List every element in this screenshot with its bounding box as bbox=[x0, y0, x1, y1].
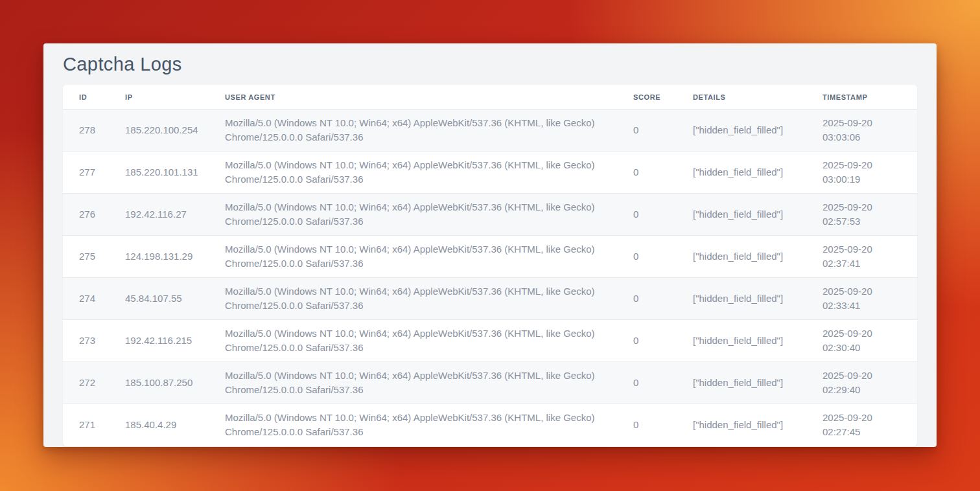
table-row: 274 45.84.107.55 Mozilla/5.0 (Windows NT… bbox=[63, 278, 917, 320]
cell-details: ["hidden_field_filled"] bbox=[685, 320, 815, 362]
cell-id: 272 bbox=[63, 362, 117, 404]
table-row: 275 124.198.131.29 Mozilla/5.0 (Windows … bbox=[63, 236, 917, 278]
cell-user-agent: Mozilla/5.0 (Windows NT 10.0; Win64; x64… bbox=[217, 320, 625, 362]
cell-user-agent: Mozilla/5.0 (Windows NT 10.0; Win64; x64… bbox=[217, 236, 625, 278]
cell-timestamp: 2025-09-20 02:30:40 bbox=[815, 320, 917, 362]
cell-score: 0 bbox=[625, 278, 685, 320]
table-row: 278 185.220.100.254 Mozilla/5.0 (Windows… bbox=[63, 109, 917, 152]
captcha-logs-card: Captcha Logs ID IP USER AGENT SCORE DETA… bbox=[43, 43, 937, 447]
column-header-score: SCORE bbox=[625, 85, 685, 109]
cell-timestamp: 2025-09-20 02:29:40 bbox=[815, 362, 917, 404]
cell-score: 0 bbox=[625, 404, 685, 446]
cell-user-agent: Mozilla/5.0 (Windows NT 10.0; Win64; x64… bbox=[217, 362, 625, 404]
cell-ip: 185.100.87.250 bbox=[117, 362, 217, 404]
cell-ip: 45.84.107.55 bbox=[117, 278, 217, 320]
table-body: 278 185.220.100.254 Mozilla/5.0 (Windows… bbox=[63, 109, 917, 446]
cell-ip: 124.198.131.29 bbox=[117, 236, 217, 278]
cell-timestamp: 2025-09-20 02:27:45 bbox=[815, 404, 917, 446]
cell-user-agent: Mozilla/5.0 (Windows NT 10.0; Win64; x64… bbox=[217, 404, 625, 446]
column-header-ip: IP bbox=[117, 85, 217, 109]
cell-id: 274 bbox=[63, 278, 117, 320]
cell-id: 275 bbox=[63, 236, 117, 278]
cell-timestamp: 2025-09-20 02:37:41 bbox=[815, 236, 917, 278]
cell-ip: 185.220.100.254 bbox=[117, 109, 217, 152]
cell-id: 271 bbox=[63, 404, 117, 446]
cell-score: 0 bbox=[625, 320, 685, 362]
cell-score: 0 bbox=[625, 236, 685, 278]
cell-ip: 185.220.101.131 bbox=[117, 152, 217, 194]
cell-ip: 192.42.116.215 bbox=[117, 320, 217, 362]
table-row: 273 192.42.116.215 Mozilla/5.0 (Windows … bbox=[63, 320, 917, 362]
cell-timestamp: 2025-09-20 03:00:19 bbox=[815, 152, 917, 194]
cell-score: 0 bbox=[625, 194, 685, 236]
cell-timestamp: 2025-09-20 03:03:06 bbox=[815, 109, 917, 152]
cell-id: 277 bbox=[63, 152, 117, 194]
cell-id: 278 bbox=[63, 109, 117, 152]
cell-score: 0 bbox=[625, 109, 685, 152]
page-title: Captcha Logs bbox=[63, 52, 917, 76]
cell-details: ["hidden_field_filled"] bbox=[685, 152, 815, 194]
cell-details: ["hidden_field_filled"] bbox=[685, 194, 815, 236]
logs-table: ID IP USER AGENT SCORE DETAILS TIMESTAMP… bbox=[63, 85, 917, 446]
column-header-id: ID bbox=[63, 85, 117, 109]
cell-ip: 192.42.116.27 bbox=[117, 194, 217, 236]
cell-details: ["hidden_field_filled"] bbox=[685, 362, 815, 404]
cell-timestamp: 2025-09-20 02:57:53 bbox=[815, 194, 917, 236]
table-row: 277 185.220.101.131 Mozilla/5.0 (Windows… bbox=[63, 152, 917, 194]
cell-score: 0 bbox=[625, 152, 685, 194]
table-row: 276 192.42.116.27 Mozilla/5.0 (Windows N… bbox=[63, 194, 917, 236]
cell-details: ["hidden_field_filled"] bbox=[685, 236, 815, 278]
cell-score: 0 bbox=[625, 362, 685, 404]
cell-id: 273 bbox=[63, 320, 117, 362]
cell-user-agent: Mozilla/5.0 (Windows NT 10.0; Win64; x64… bbox=[217, 152, 625, 194]
cell-timestamp: 2025-09-20 02:33:41 bbox=[815, 278, 917, 320]
column-header-user-agent: USER AGENT bbox=[217, 85, 625, 109]
table-header-row: ID IP USER AGENT SCORE DETAILS TIMESTAMP bbox=[63, 85, 917, 109]
cell-ip: 185.40.4.29 bbox=[117, 404, 217, 446]
cell-user-agent: Mozilla/5.0 (Windows NT 10.0; Win64; x64… bbox=[217, 109, 625, 152]
cell-details: ["hidden_field_filled"] bbox=[685, 278, 815, 320]
cell-details: ["hidden_field_filled"] bbox=[685, 109, 815, 152]
cell-details: ["hidden_field_filled"] bbox=[685, 404, 815, 446]
column-header-timestamp: TIMESTAMP bbox=[815, 85, 917, 109]
table-row: 271 185.40.4.29 Mozilla/5.0 (Windows NT … bbox=[63, 404, 917, 446]
logs-table-container: ID IP USER AGENT SCORE DETAILS TIMESTAMP… bbox=[63, 85, 917, 446]
cell-user-agent: Mozilla/5.0 (Windows NT 10.0; Win64; x64… bbox=[217, 194, 625, 236]
cell-user-agent: Mozilla/5.0 (Windows NT 10.0; Win64; x64… bbox=[217, 278, 625, 320]
column-header-details: DETAILS bbox=[685, 85, 815, 109]
cell-id: 276 bbox=[63, 194, 117, 236]
table-row: 272 185.100.87.250 Mozilla/5.0 (Windows … bbox=[63, 362, 917, 404]
